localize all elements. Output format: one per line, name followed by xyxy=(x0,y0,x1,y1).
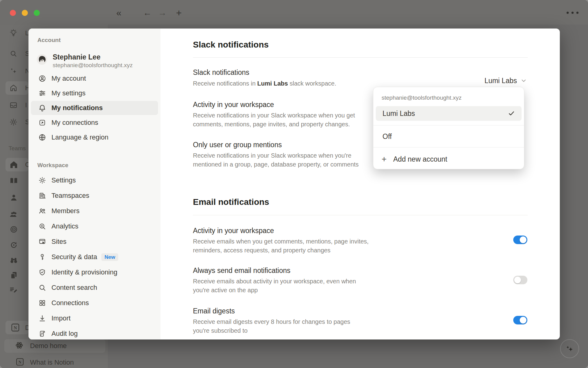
sidebar-item-label: Audit log xyxy=(51,330,78,338)
book-icon[interactable] xyxy=(9,176,18,186)
sidebar-item-my-settings[interactable]: My settings xyxy=(31,86,158,100)
check-icon xyxy=(508,110,515,117)
sidebar-item-security-data[interactable]: Security & data New xyxy=(31,250,158,264)
target-icon[interactable] xyxy=(9,225,18,234)
account-section-header: Account xyxy=(37,37,61,44)
sidebar-page-what-is-notion[interactable]: What is Notion xyxy=(30,358,74,367)
zoom-button[interactable] xyxy=(34,10,40,16)
sidebar-item-members[interactable]: Members xyxy=(31,204,158,218)
close-button[interactable] xyxy=(10,10,16,16)
dropdown-item-lumi-labs[interactable]: Lumi Labs xyxy=(376,106,522,121)
slack-workspace-dropdown: stephanie@toolsforthought.xyz Lumi Labs … xyxy=(373,87,524,169)
sidebar-item-label: Content search xyxy=(51,284,97,292)
notion-ai-button[interactable] xyxy=(560,339,579,358)
setting-row-desc: Receive email digests every 8 hours for … xyxy=(193,317,350,335)
new-tab-button[interactable]: + xyxy=(173,7,185,18)
arrow-box-icon xyxy=(38,119,46,127)
sidebar-collapse-button[interactable]: « xyxy=(113,7,125,18)
bell-icon xyxy=(38,104,46,112)
svg-text:N: N xyxy=(14,325,17,330)
toggle-email-activity[interactable] xyxy=(513,236,527,244)
person-icon[interactable] xyxy=(9,193,18,202)
settings-sidebar: Account Stephanie Lee stephanie@toolsfor… xyxy=(28,29,160,339)
sidebar-item-label: My notifications xyxy=(51,104,103,112)
svg-text:N: N xyxy=(18,360,21,365)
sidebar-item-my-account[interactable]: My account xyxy=(31,71,158,86)
dropdown-divider xyxy=(373,125,524,125)
sites-icon xyxy=(38,238,46,246)
slack-workspace-select[interactable]: Lumi Labs xyxy=(484,76,527,85)
setting-row-title: Activity in your workspace xyxy=(193,100,274,109)
members-icon xyxy=(38,207,46,215)
workspace-section-header: Workspace xyxy=(37,162,68,169)
sidebar-item-label: My settings xyxy=(51,89,85,97)
toggle-email-digests[interactable] xyxy=(513,316,527,324)
dropdown-add-label: Add new account xyxy=(393,155,447,163)
import-icon xyxy=(38,314,46,322)
sidebar-item-connections[interactable]: Connections xyxy=(31,296,158,310)
more-menu-button[interactable] xyxy=(567,12,579,14)
sync-icon[interactable] xyxy=(9,240,18,250)
dropdown-item-off[interactable]: Off xyxy=(373,129,524,144)
sidebar-item-language-region[interactable]: Language & region xyxy=(31,130,158,144)
chevron-down-icon xyxy=(521,78,527,84)
sidebar-item-analytics[interactable]: Analytics xyxy=(31,219,158,233)
home-filled-icon[interactable] xyxy=(9,160,18,169)
pages-icon[interactable] xyxy=(9,271,18,280)
notion-page-icon[interactable]: N xyxy=(15,357,24,366)
sparkles-icon[interactable] xyxy=(9,67,18,75)
lightbulb-icon[interactable] xyxy=(9,29,18,37)
sidebar-page-demo-home[interactable]: Demo home xyxy=(30,341,67,351)
sidebar-item-label: Import xyxy=(51,314,70,322)
sidebar-item-label: Teamspaces xyxy=(51,192,89,200)
sidebar-item-content-search[interactable]: Content search xyxy=(31,281,158,295)
search-icon[interactable] xyxy=(9,49,18,58)
minimize-button[interactable] xyxy=(22,10,28,16)
sidebar-item-label: Language & region xyxy=(51,133,108,141)
setting-row-desc: Receive emails about activity in your wo… xyxy=(193,277,356,295)
dropdown-account-header: stephanie@toolsforthought.xyz xyxy=(382,94,462,101)
sidebar-item-identity-provisioning[interactable]: Identity & provisioning xyxy=(31,265,158,279)
setting-row-desc: Receive emails when you get comments, me… xyxy=(193,237,369,255)
gear-icon[interactable] xyxy=(9,118,18,126)
sidebar-item-import[interactable]: Import xyxy=(31,311,158,325)
inbox-icon[interactable] xyxy=(9,101,18,109)
scroll-icon xyxy=(38,330,46,338)
building-icon xyxy=(38,192,46,200)
slack-section-title: Slack notifications xyxy=(193,40,269,50)
binoculars-icon[interactable] xyxy=(9,256,18,265)
toggle-always-send-email[interactable] xyxy=(513,276,527,284)
sidebar-item-audit-log[interactable]: Audit log xyxy=(31,327,158,341)
sliders-icon xyxy=(38,89,46,97)
sidebar-item-my-connections[interactable]: My connections xyxy=(31,116,158,130)
sidebar-item-my-notifications[interactable]: My notifications xyxy=(31,101,158,115)
globe-icon xyxy=(38,133,46,141)
setting-row-desc: Receive notifications in your Slack work… xyxy=(193,151,359,169)
forward-button[interactable]: → xyxy=(156,7,168,18)
search-icon xyxy=(38,284,46,292)
teams-section-label: Teams xyxy=(9,145,26,152)
sidebar-item-label: Members xyxy=(51,207,80,215)
sidebar-item-settings[interactable]: Settings xyxy=(31,173,158,187)
sidebar-item-teamspaces[interactable]: Teamspaces xyxy=(31,189,158,203)
home-icon[interactable] xyxy=(9,84,18,92)
user-email: stephanie@toolsforthought.xyz xyxy=(53,62,133,69)
sidebar-item-label: Sites xyxy=(51,238,66,246)
dropdown-add-new-account[interactable]: + Add new account xyxy=(373,151,524,167)
avatar xyxy=(37,54,47,65)
divider xyxy=(193,57,528,58)
key-icon xyxy=(38,253,46,261)
notion-box-icon[interactable]: N xyxy=(10,323,20,332)
sidebar-item-label: My account xyxy=(51,75,86,82)
people-icon[interactable] xyxy=(9,210,18,219)
setting-row-title: Always send email notifications xyxy=(193,266,290,275)
back-button[interactable]: ← xyxy=(141,7,153,18)
atom-icon[interactable] xyxy=(15,341,24,350)
sidebar-item-label: Analytics xyxy=(51,222,78,230)
edit-icon[interactable] xyxy=(9,286,18,295)
setting-row-title: Email digests xyxy=(193,307,235,315)
nav-label-fragment: I xyxy=(25,101,27,109)
sidebar-item-sites[interactable]: Sites xyxy=(31,235,158,249)
slack-workspace-value: Lumi Labs xyxy=(484,76,517,85)
setting-row-title: Slack notifications xyxy=(193,68,249,77)
